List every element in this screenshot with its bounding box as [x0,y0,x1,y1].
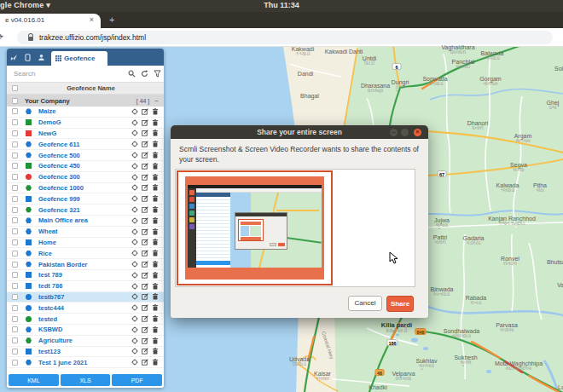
geofence-name[interactable]: tested [38,315,131,323]
locate-icon[interactable] [131,304,138,311]
locate-icon[interactable] [131,130,138,136]
delete-icon[interactable] [152,152,159,159]
row-checkbox[interactable] [12,185,18,191]
edit-icon[interactable] [142,337,148,344]
geofence-row[interactable]: Home [7,238,164,249]
geofence-name[interactable]: test123 [38,348,131,355]
geofence-row[interactable]: Main Office area [7,216,164,227]
edit-icon[interactable] [142,228,148,235]
edit-icon[interactable] [142,141,148,147]
locate-icon[interactable] [131,348,138,355]
edit-icon[interactable] [142,108,148,115]
edit-icon[interactable] [142,326,148,333]
geofence-row[interactable]: Geofence 500 [7,150,164,161]
delete-icon[interactable] [152,261,159,268]
geofence-name[interactable]: KSBWD [38,326,131,333]
cancel-button[interactable]: Cancel [348,296,382,311]
row-checkbox[interactable] [12,174,18,180]
locate-icon[interactable] [131,239,138,245]
tab-close-icon[interactable]: × [90,15,94,24]
delete-icon[interactable] [152,359,159,366]
edit-icon[interactable] [142,293,148,300]
delete-icon[interactable] [152,272,159,279]
geofence-name[interactable]: Pakistan Border [38,261,131,268]
kml-button[interactable]: KML [9,374,59,386]
delete-icon[interactable] [152,217,159,224]
geofence-name[interactable]: testb767 [38,293,131,301]
geofence-name[interactable]: Geofence 300 [38,173,131,181]
geofence-row[interactable]: testc444 [7,303,164,314]
row-checkbox[interactable] [12,326,18,332]
delete-icon[interactable] [152,108,159,115]
row-checkbox[interactable] [12,141,18,147]
locate-icon[interactable] [131,184,138,191]
delete-icon[interactable] [152,206,159,213]
row-checkbox[interactable] [12,316,18,322]
delete-icon[interactable] [152,239,159,245]
locate-icon[interactable] [131,359,138,366]
delete-icon[interactable] [152,283,159,290]
geofence-row[interactable]: Geofence 300 [7,172,164,183]
edit-icon[interactable] [142,250,148,257]
delete-icon[interactable] [152,304,159,311]
geofence-name[interactable]: testc444 [38,304,131,312]
geofence-name[interactable]: Geofence 450 [38,162,131,170]
select-all-checkbox[interactable] [12,85,18,91]
edit-icon[interactable] [142,163,148,170]
row-checkbox[interactable] [12,239,18,245]
locate-icon[interactable] [131,326,138,333]
geofence-name[interactable]: Geofence 500 [38,152,131,159]
locate-icon[interactable] [131,293,138,300]
device-icon[interactable] [20,49,34,66]
share-button[interactable]: Share [386,296,414,312]
delete-icon[interactable] [152,315,159,322]
geofence-name[interactable]: DemoG [38,118,131,126]
row-checkbox[interactable] [12,262,18,268]
edit-icon[interactable] [142,239,148,245]
clock[interactable]: Thu 11:34 [0,1,563,9]
geofence-name[interactable]: Geofence 611 [38,141,131,148]
geofence-name[interactable]: Geofence 321 [38,206,131,214]
search-input[interactable] [7,69,125,78]
geofence-row[interactable]: Agriculture [7,336,164,347]
locate-icon[interactable] [131,163,138,170]
geofence-row[interactable]: Maize [7,107,164,118]
collapse-icon[interactable]: − [154,97,159,105]
geofence-name[interactable]: Agriculture [38,337,131,344]
column-header[interactable]: Geofence Name [18,84,164,92]
edit-icon[interactable] [142,217,148,224]
new-tab-button[interactable]: + [109,14,114,25]
locate-icon[interactable] [131,152,138,159]
geofence-name[interactable]: Test 1 june 2021 [38,359,131,366]
row-checkbox[interactable] [12,360,18,366]
screen-thumbnail-selected[interactable] [177,170,333,285]
locate-icon[interactable] [131,283,138,290]
locate-icon[interactable] [131,315,138,322]
xls-button[interactable]: XLS [61,374,111,386]
geofence-name[interactable]: Rice [38,250,131,257]
locate-icon[interactable] [131,108,138,115]
edit-icon[interactable] [142,315,148,322]
delete-icon[interactable] [152,228,159,235]
geofence-name[interactable]: Main Office area [38,216,131,224]
group-row[interactable]: Your Company [ 44 ] − [7,95,164,107]
row-checkbox[interactable] [12,294,18,300]
row-checkbox[interactable] [12,196,18,202]
minimize-button[interactable]: – [390,129,398,136]
row-checkbox[interactable] [12,119,18,125]
edit-icon[interactable] [142,195,148,202]
geofence-row[interactable]: Wheat [7,227,164,238]
delete-icon[interactable] [152,293,159,300]
row-checkbox[interactable] [12,305,18,311]
edit-icon[interactable] [142,184,148,191]
delete-icon[interactable] [152,337,159,344]
row-checkbox[interactable] [12,349,18,355]
geofence-row[interactable]: KSBWD [7,325,164,336]
geofence-row[interactable]: Geofence 1000 [7,183,164,194]
row-checkbox[interactable] [12,207,18,213]
reload-icon[interactable]: ⟳ [0,32,3,43]
row-checkbox[interactable] [12,283,18,289]
row-checkbox[interactable] [12,272,18,278]
geofence-name[interactable]: Wheat [38,228,131,235]
pdf-button[interactable]: PDF [112,374,162,386]
